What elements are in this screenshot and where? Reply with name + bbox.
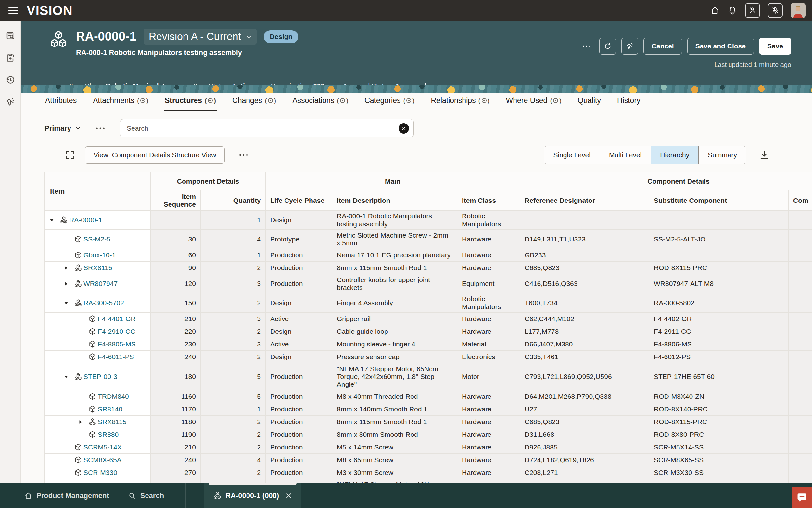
more-actions-icon[interactable] (581, 41, 592, 52)
column-header-item-class[interactable]: Item Class (457, 190, 520, 211)
toolbar-more-actions-icon[interactable] (238, 149, 249, 161)
item-link[interactable]: RA-0000-1 (69, 216, 102, 224)
structure-name-selector[interactable]: Primary (45, 124, 81, 133)
item-link[interactable]: STEP-00-3 (84, 373, 117, 381)
item-link[interactable]: F4-6011-PS (98, 353, 134, 361)
tab-attachments[interactable]: Attachments() (92, 93, 149, 111)
table-row[interactable]: SCM8X-65A2404ProductionM8 x 65mm ScrewHa… (45, 454, 812, 466)
caret-right-icon[interactable] (64, 282, 74, 286)
table-row[interactable]: SCRM5-14X2102ProductionM5 x 14mm ScrewHa… (45, 441, 812, 454)
tab-quality[interactable]: Quality (577, 93, 602, 111)
item-link[interactable]: SCM8X-65A (84, 456, 122, 464)
item-link[interactable]: SCR-M330 (84, 469, 117, 476)
item-link[interactable]: SCRM5-14X (84, 443, 122, 451)
item-link[interactable]: SRX8115 (98, 418, 126, 426)
caret-right-icon[interactable] (78, 420, 88, 424)
column-header-com[interactable]: Com (789, 190, 812, 211)
doc-search-icon[interactable] (5, 31, 15, 41)
close-icon[interactable] (286, 493, 292, 499)
avatar[interactable] (791, 3, 806, 18)
table-row[interactable]: TRDM84011605ProductionM8 x 40mm Threaded… (45, 390, 812, 403)
tab-structures[interactable]: Structures() (164, 93, 217, 111)
column-header-item-description[interactable]: Item Description (332, 190, 457, 211)
table-row[interactable]: SR814011701Production8mm x 140mm Smooth … (45, 403, 812, 416)
tab-relationships[interactable]: Relationships() (430, 93, 490, 111)
cell-sub: F4-4402-GR (649, 313, 774, 325)
search-clear-button[interactable] (398, 123, 409, 134)
table-row[interactable]: SR88011902Production8mm x 80mm Smooth Ro… (45, 428, 812, 441)
view-mode-hierarchy[interactable]: Hierarchy (651, 146, 698, 164)
flashlight-icon[interactable] (5, 97, 15, 107)
hamburger-menu-icon[interactable] (8, 5, 18, 15)
view-mode-summary[interactable]: Summary (698, 146, 746, 164)
caret-down-icon[interactable] (49, 218, 60, 223)
item-link[interactable]: RA-300-5702 (84, 299, 124, 307)
clipboard-upload-icon[interactable] (5, 53, 15, 63)
column-header-quantity[interactable]: Quantity (201, 190, 266, 211)
history-icon[interactable] (5, 75, 15, 85)
view-mode-multi-level[interactable]: Multi Level (600, 146, 651, 164)
item-link[interactable]: Gbox-10-1 (84, 251, 115, 259)
view-selector-button[interactable]: View: Component Details Structure View (85, 146, 225, 164)
open-item-tab[interactable]: RA-0000-1 (000) (204, 483, 301, 508)
table-row[interactable]: WR8079471203ProductionController knobs f… (45, 274, 812, 294)
feedback-chat-button[interactable] (792, 486, 812, 508)
item-link[interactable]: TRDM840 (98, 393, 129, 400)
download-icon[interactable] (759, 150, 769, 160)
column-header-item-sequence[interactable]: Item Sequence (151, 190, 201, 211)
table-row[interactable]: F4-2910-CG2202DesignCable guide loopHard… (45, 325, 812, 338)
part-icon (74, 443, 82, 452)
item-link[interactable]: SR8140 (98, 405, 123, 413)
item-link[interactable]: WR807947 (84, 280, 117, 288)
table-row[interactable]: F4-8805-MS2303ActiveMounting sleeve - fi… (45, 338, 812, 351)
item-link[interactable]: F4-8805-MS (98, 340, 136, 348)
table-row[interactable]: RA-0000-11DesignRA-000-1 Robotic Manipul… (45, 211, 812, 230)
table-row[interactable]: F4-4401-GR2103ActiveGripper railHardware… (45, 313, 812, 325)
table-row[interactable]: SCR-M3302702ProductionM3 x 30mm ScrewHar… (45, 466, 812, 479)
caret-down-icon[interactable] (64, 301, 74, 305)
table-row[interactable]: SRX811511802Production8mm x 115mm Smooth… (45, 416, 812, 428)
table-row[interactable]: STEP-00-13004Production"NEMA 17 Stepper … (45, 479, 812, 483)
bell-icon[interactable] (727, 5, 737, 15)
table-row[interactable]: STEP-00-31805Production"NEMA 17 Stepper … (45, 364, 812, 390)
table-row[interactable]: SS-M2-5304PrototypeMetric Slotted Machin… (45, 230, 812, 249)
table-row[interactable]: Gbox-10-1601ProductionNema 17 10:1 EG pr… (45, 249, 812, 262)
column-header-life-cycle-phase[interactable]: Life Cycle Phase (266, 190, 332, 211)
column-header-reference-designator[interactable]: Reference Designator (520, 190, 649, 211)
item-link[interactable]: F4-4401-GR (98, 315, 136, 323)
table-row[interactable]: RA-300-57021502DesignFinger 4 AssemblyRo… (45, 294, 812, 313)
save-button[interactable]: Save (759, 38, 791, 55)
structure-more-actions-icon[interactable] (95, 123, 106, 134)
expand-icon[interactable] (65, 150, 76, 161)
tab-categories[interactable]: Categories() (364, 93, 415, 111)
caret-right-icon[interactable] (64, 265, 74, 270)
save-and-close-button[interactable]: Save and Close (687, 38, 754, 55)
refresh-button[interactable] (599, 38, 616, 55)
item-link[interactable]: F4-2910-CG (98, 328, 136, 335)
table-row[interactable]: F4-6011-PS2402DesignPressure sensor capE… (45, 351, 812, 364)
tab-where-used[interactable]: Where Used() (506, 93, 562, 111)
voice-disabled-button[interactable] (768, 3, 783, 18)
caret-down-icon[interactable] (64, 374, 74, 379)
highlight-changes-button[interactable] (621, 38, 638, 55)
item-link[interactable]: SR880 (98, 431, 118, 438)
clipboard-upload-icon[interactable] (45, 150, 55, 161)
cell-desc: Pressure sensor cap (332, 351, 457, 364)
column-header-substitute-component[interactable]: Substitute Component (649, 190, 774, 211)
tab-attributes[interactable]: Attributes (45, 93, 77, 111)
bottom-search-link[interactable]: Search (128, 492, 164, 500)
home-icon[interactable] (710, 5, 720, 15)
item-link[interactable]: SS-M2-5 (84, 235, 110, 243)
view-mode-single-level[interactable]: Single Level (544, 146, 599, 164)
column-header-item[interactable]: Item (45, 172, 151, 211)
item-link[interactable]: SRX8115 (84, 264, 112, 272)
tab-history[interactable]: History (617, 93, 641, 111)
table-row[interactable]: SRX8115902Production8mm x 115mm Smooth R… (45, 262, 812, 274)
revision-selector[interactable]: Revision A - Current (144, 29, 257, 45)
search-input[interactable] (120, 125, 414, 132)
assistant-disabled-button[interactable] (745, 3, 760, 18)
tab-changes[interactable]: Changes() (232, 93, 277, 111)
tab-associations[interactable]: Associations() (292, 93, 349, 111)
product-management-link[interactable]: Product Management (24, 492, 109, 500)
cancel-button[interactable]: Cancel (643, 38, 682, 55)
